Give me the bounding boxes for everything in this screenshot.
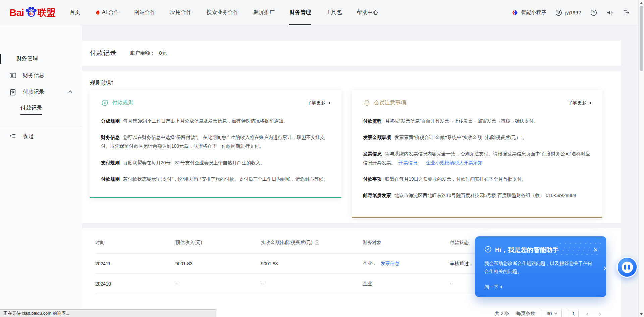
finance-info-icon xyxy=(9,72,16,79)
svg-text:?: ? xyxy=(593,11,595,15)
per-page-label: 每页条数 xyxy=(516,311,535,317)
pagination: 共 2 条 每页条数 30 1 xyxy=(495,309,602,317)
rule-label: 付款流程 xyxy=(363,118,382,124)
nav-item-toolkit[interactable]: 工具包 xyxy=(318,0,349,25)
main-nav: 首页 AI 合作 网站合作 应用合作 搜索业务合作 聚屏推广 财务管理 工具包 … xyxy=(62,0,386,25)
assistant-message: 我会帮助您诊断合作链路问题，以及解答您关于任何合作相关的问题。 xyxy=(475,254,606,275)
rules-panel: 规则说明 付款规则 了解更多 分成规则每月第3或4个工作 xyxy=(82,71,621,223)
entity-label: 企业 xyxy=(363,281,372,287)
rule-text: 若付款状态显示“已支付”，说明联盟已安排了您的付款。支付后三个工作日内到帐，请您… xyxy=(123,176,328,182)
card-title: 会员注意事项 xyxy=(374,99,406,106)
scrollbar-thumb[interactable] xyxy=(640,6,643,71)
rule-item: 分成规则每月第3或4个工作日产出上月分成信息及发票信息，如有特殊情况将提前通知。 xyxy=(101,117,330,125)
sidebar-collapse-button[interactable]: 收起 xyxy=(0,131,82,141)
rule-item: 支付规则百度联盟会在每月20号—31号支付企业会员上个自然月产生的收入。 xyxy=(101,158,330,167)
chevron-right-icon xyxy=(589,101,591,104)
nav-item-website-coop[interactable]: 网站合作 xyxy=(126,0,163,25)
popup-next-arrow[interactable] xyxy=(603,265,606,271)
invoice-info-row-link[interactable]: 发票信息 xyxy=(381,261,399,267)
sidebar-item-finance-info[interactable]: 财务信息 xyxy=(0,70,82,80)
col-actual-amount: 实收金额(扣除税费后/元) ? xyxy=(261,240,363,246)
coin-icon xyxy=(101,99,109,107)
assistant-title: Hi，我是您的智能助手 xyxy=(495,246,559,254)
scroll-down-arrow[interactable] xyxy=(639,311,644,317)
sidebar-item-label: 财务信息 xyxy=(23,72,44,79)
per-page-select[interactable]: 30 xyxy=(542,309,562,317)
rule-text: 百度联盟会在每月20号—31号支付企业会员上个自然月产生的收入。 xyxy=(123,160,265,165)
rule-item: 付款规则若付款状态显示“已支付”，说明联盟已安排了您的付款。支付后三个工作日内到… xyxy=(101,175,330,183)
cell-entity: 企业： 发票信息 xyxy=(363,261,450,267)
scroll-up-arrow[interactable] xyxy=(639,0,644,6)
account-balance: 账户余额： 0元 xyxy=(130,50,167,56)
payment-record-icon xyxy=(9,89,16,96)
ask-now-link[interactable]: 问一下 > xyxy=(484,284,502,290)
cell-time: 202411 xyxy=(95,261,175,266)
nav-item-app-coop[interactable]: 应用合作 xyxy=(163,0,199,25)
rules-heading: 规则说明 xyxy=(90,79,114,87)
chevron-down-icon xyxy=(554,312,557,314)
col-actual-amount-label: 实收金额(扣除税费后/元) xyxy=(261,240,312,246)
bell-icon xyxy=(363,99,371,107)
small-taxpayer-notice-link[interactable]: 企业小规模纳税人开票须知 xyxy=(426,160,482,165)
info-icon[interactable]: ? xyxy=(314,240,320,245)
assistant-robot-icon xyxy=(622,262,633,273)
balance-label: 账户余额： xyxy=(130,50,155,56)
rule-label: 分成规则 xyxy=(101,118,120,124)
svg-text:?: ? xyxy=(316,241,318,244)
page-title: 付款记录 xyxy=(90,49,116,58)
close-icon[interactable]: × xyxy=(593,247,598,253)
sidebar: 财务管理 财务信息 付款记录 付款记录 xyxy=(0,25,82,317)
screen: Bai du 联盟 首页 AI 合作 网站合作 应用合作 xyxy=(0,0,644,317)
sidebar-section-title: 财务管理 xyxy=(0,54,82,64)
nav-item-finance[interactable]: 财务管理 xyxy=(282,0,318,25)
rule-item: 财务信息您可以在财务信息中选择“保留付款”。 在此期间您产生的收入将在账户内进行… xyxy=(101,133,330,150)
assistant-popup: Hi，我是您的智能助手 × 我会帮助您诊断合作链路问题，以及解答您关于任何合作相… xyxy=(475,236,606,297)
invoice-info-link[interactable]: 开票信息 xyxy=(398,160,417,165)
smart-miniapp-link[interactable]: 智能小程序 xyxy=(512,9,546,16)
rule-text: 月初按“发票信息”页面开具发票→上传发票→邮寄发票→审核→确认支付。 xyxy=(385,118,538,124)
prev-page-button[interactable] xyxy=(585,310,590,317)
top-navbar: Bai du 联盟 首页 AI 合作 网站合作 应用合作 xyxy=(0,0,644,25)
learn-more-link[interactable]: 了解更多 xyxy=(568,100,591,106)
browser-status-bar: 正在等待 xlab.baidu.com 的响应... xyxy=(0,309,216,317)
rule-label: 邮寄纸质发票 xyxy=(363,193,391,198)
flame-icon xyxy=(95,9,100,16)
smart-miniapp-icon xyxy=(512,9,518,16)
collapse-icon xyxy=(9,132,16,141)
nav-item-help-center[interactable]: 帮助中心 xyxy=(349,0,385,25)
logo-text-bai: Bai xyxy=(9,7,24,18)
chevron-up-icon[interactable] xyxy=(68,90,72,94)
rule-text: 联盟在每月19日之后签收的发票，付款时间安排在下个月首批支付。 xyxy=(385,176,527,182)
nav-item-juping-promo[interactable]: 聚屏推广 xyxy=(246,0,282,25)
total-count: 共 2 条 xyxy=(495,311,509,317)
smart-miniapp-label: 智能小程序 xyxy=(521,9,546,16)
sound-icon[interactable] xyxy=(606,9,613,16)
col-time: 时间 xyxy=(95,240,175,246)
learn-more-link[interactable]: 了解更多 xyxy=(307,100,330,106)
nav-item-search-coop[interactable]: 搜索业务合作 xyxy=(199,0,246,25)
baidu-paw-icon: du xyxy=(24,5,37,18)
page-header-panel: 付款记录 账户余额： 0元 xyxy=(82,41,621,66)
nav-item-ai-coop[interactable]: AI 合作 xyxy=(88,0,127,25)
logout-icon[interactable] xyxy=(623,9,629,16)
per-page-value: 30 xyxy=(547,311,552,316)
rule-text: 北京市海淀区西北旺东路10号院百度科技园5号楼 百度联盟财务组（收） 010-5… xyxy=(394,193,576,198)
rule-text: 您可以在财务信息中选择“保留付款”。 在此期间您产生的收入将在账户内进行累计，联… xyxy=(101,135,325,149)
cell-estimated: -- xyxy=(175,281,261,287)
user-account[interactable]: jyj1992 xyxy=(555,9,581,16)
chevron-right-icon xyxy=(328,101,330,104)
sidebar-title-label: 财务管理 xyxy=(16,55,38,62)
assistant-fab[interactable] xyxy=(616,257,638,278)
learn-more-label: 了解更多 xyxy=(568,100,587,106)
vertical-scrollbar[interactable] xyxy=(638,0,644,317)
nav-item-ai-label: AI 合作 xyxy=(102,9,119,16)
next-page-button[interactable] xyxy=(597,310,602,317)
current-page[interactable]: 1 xyxy=(569,309,579,317)
nav-item-home[interactable]: 首页 xyxy=(62,0,88,25)
help-icon[interactable]: ? xyxy=(590,9,597,16)
sidebar-item-payment-records[interactable]: 付款记录 xyxy=(0,87,82,97)
baidu-union-logo[interactable]: Bai du 联盟 xyxy=(9,6,56,19)
col-estimated-income: 预估收入(元) xyxy=(175,240,261,246)
sidebar-subitem-payment-records[interactable]: 付款记录 xyxy=(20,105,42,115)
rule-text: 每月第3或4个工作日产出上月分成信息及发票信息，如有特殊情况将提前通知。 xyxy=(123,118,288,124)
